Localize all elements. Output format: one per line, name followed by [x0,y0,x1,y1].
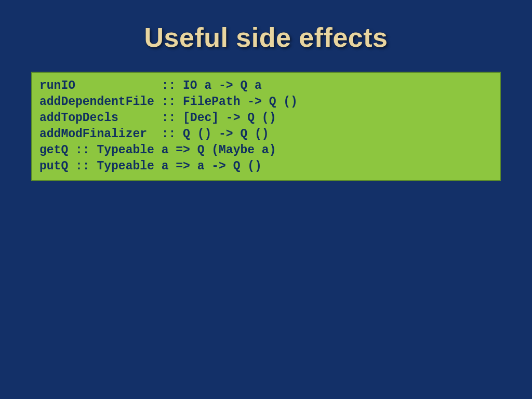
code-line: addDependentFile :: FilePath -> Q () [39,95,298,109]
code-line: addTopDecls :: [Dec] -> Q () [39,111,276,125]
code-line: runIO :: IO a -> Q a [39,79,262,92]
code-line: getQ :: Typeable a => Q (Maybe a) [39,143,276,157]
code-line: putQ :: Typeable a => a -> Q () [39,159,262,173]
slide: Useful side effects runIO :: IO a -> Q a… [0,0,532,399]
code-block: runIO :: IO a -> Q a addDependentFile ::… [31,72,501,181]
code-line: addModFinalizer :: Q () -> Q () [39,127,269,141]
slide-title: Useful side effects [0,22,532,53]
